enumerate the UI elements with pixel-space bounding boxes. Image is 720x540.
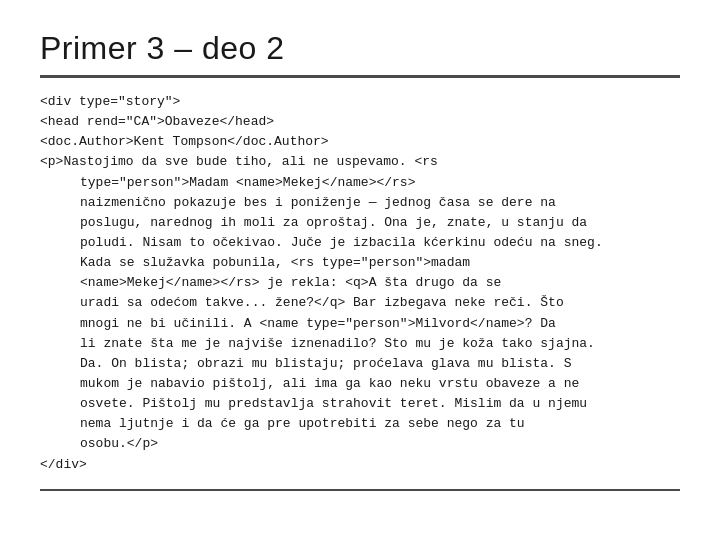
line-16: osvete. Pištolj mu predstavlja strahovit… [80, 394, 680, 414]
line-2: <head rend="CA">Obaveze</head> [40, 112, 680, 132]
line-8: poludi. Nisam to očekivao. Juče je izbac… [80, 233, 680, 253]
page-container: Primer 3 – deo 2 <div type="story"> <hea… [0, 0, 720, 540]
line-1: <div type="story"> [40, 92, 680, 112]
line-7: poslugu, narednog ih moli za oproštaj. O… [80, 213, 680, 233]
line-11: uradi sa odećom takve... žene?</q> Bar i… [80, 293, 680, 313]
line-18: osobu.</p> [80, 434, 680, 454]
line-5: type="person">Madam <name>Mekej</name></… [80, 173, 680, 193]
line-14: Da. On blista; obrazi mu blistaju; proće… [80, 354, 680, 374]
line-19: </div> [40, 455, 680, 475]
line-12: mnogi ne bi učinili. A <name type="perso… [80, 314, 680, 334]
line-10: <name>Mekej</name></rs> je rekla: <q>A š… [80, 273, 680, 293]
bottom-divider [40, 489, 680, 491]
line-3: <doc.Author>Kent Tompson</doc.Author> [40, 132, 680, 152]
line-9: Kada se služavka pobunila, <rs type="per… [80, 253, 680, 273]
title-divider [40, 75, 680, 78]
content-area: <div type="story"> <head rend="CA">Obave… [40, 92, 680, 475]
line-6: naizmenično pokazuje bes i poniženje — j… [80, 193, 680, 213]
line-15: mukom je nabavio pištolj, ali ima ga kao… [80, 374, 680, 394]
page-title: Primer 3 – deo 2 [40, 30, 680, 67]
line-17: nema ljutnje i da će ga pre upotrebiti z… [80, 414, 680, 434]
line-13: li znate šta me je najviše iznenadilo? S… [80, 334, 680, 354]
line-4: <p>Nastojimo da sve bude tiho, ali ne us… [40, 152, 680, 172]
